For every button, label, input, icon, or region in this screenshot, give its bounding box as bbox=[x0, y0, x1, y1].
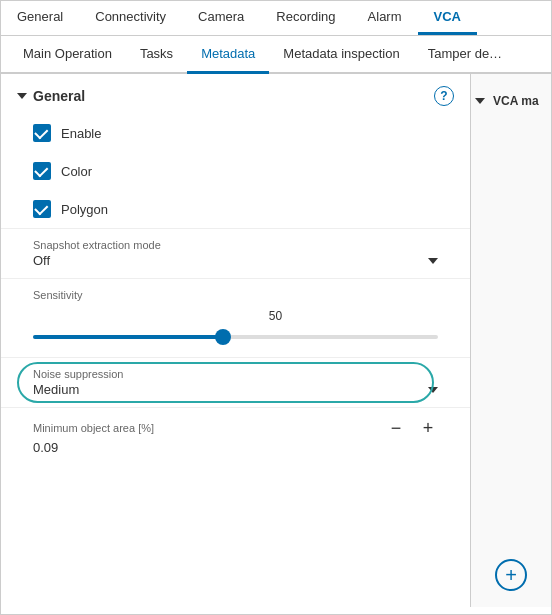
sensitivity-value: 50 bbox=[113, 309, 438, 323]
section-title: General bbox=[33, 88, 85, 104]
color-row: Color bbox=[1, 152, 470, 190]
min-area-header: Minimum object area [%] − + bbox=[33, 418, 438, 438]
sensitivity-section: Sensitivity 50 bbox=[1, 278, 470, 357]
polygon-row: Polygon bbox=[1, 190, 470, 228]
noise-suppression-value-row: Medium bbox=[33, 382, 438, 397]
subtab-metadata-inspection[interactable]: Metadata inspection bbox=[269, 36, 413, 74]
color-label: Color bbox=[61, 164, 92, 179]
add-button[interactable]: + bbox=[495, 559, 527, 591]
tab-alarm[interactable]: Alarm bbox=[352, 1, 418, 35]
left-panel: General ? Enable Color Polygon Snapshot … bbox=[1, 74, 471, 607]
noise-suppression-label: Noise suppression bbox=[33, 368, 438, 380]
help-icon[interactable]: ? bbox=[434, 86, 454, 106]
polygon-label: Polygon bbox=[61, 202, 108, 217]
min-area-label: Minimum object area [%] bbox=[33, 422, 154, 434]
min-area-controls: − + bbox=[386, 418, 438, 438]
noise-suppression-value: Medium bbox=[33, 382, 79, 397]
enable-label: Enable bbox=[61, 126, 101, 141]
tab-connectivity[interactable]: Connectivity bbox=[79, 1, 182, 35]
right-chevron-down-icon bbox=[475, 98, 485, 104]
min-object-area-row: Minimum object area [%] − + 0.09 bbox=[1, 407, 470, 465]
chevron-down-icon[interactable] bbox=[17, 93, 27, 99]
slider-thumb[interactable] bbox=[215, 329, 231, 345]
vca-ma-section[interactable]: VCA ma bbox=[471, 86, 551, 116]
sub-nav: Main Operation Tasks Metadata Metadata i… bbox=[1, 36, 551, 74]
min-area-decrement-button[interactable]: − bbox=[386, 418, 406, 438]
subtab-tasks[interactable]: Tasks bbox=[126, 36, 187, 74]
subtab-tamper-de[interactable]: Tamper de… bbox=[414, 36, 516, 74]
snapshot-value-row: Off bbox=[33, 253, 438, 268]
sensitivity-label: Sensitivity bbox=[33, 289, 438, 301]
min-area-increment-button[interactable]: + bbox=[418, 418, 438, 438]
snapshot-value: Off bbox=[33, 253, 50, 268]
slider-track bbox=[33, 335, 438, 339]
sensitivity-slider[interactable] bbox=[33, 327, 438, 347]
tab-general[interactable]: General bbox=[1, 1, 79, 35]
vca-ma-label: VCA ma bbox=[489, 94, 543, 108]
noise-suppression-row[interactable]: Noise suppression Medium bbox=[1, 357, 470, 407]
snapshot-label: Snapshot extraction mode bbox=[33, 239, 438, 251]
tab-camera[interactable]: Camera bbox=[182, 1, 260, 35]
snapshot-chevron-icon[interactable] bbox=[428, 258, 438, 264]
polygon-checkbox[interactable] bbox=[33, 200, 51, 218]
noise-chevron-icon[interactable] bbox=[428, 387, 438, 393]
tab-recording[interactable]: Recording bbox=[260, 1, 351, 35]
subtab-main-operation[interactable]: Main Operation bbox=[9, 36, 126, 74]
general-section-header: General ? bbox=[1, 74, 470, 114]
enable-row: Enable bbox=[1, 114, 470, 152]
enable-checkbox[interactable] bbox=[33, 124, 51, 142]
main-layout: General ? Enable Color Polygon Snapshot … bbox=[1, 74, 551, 607]
section-header-left: General bbox=[17, 88, 85, 104]
slider-fill bbox=[33, 335, 223, 339]
top-nav: General Connectivity Camera Recording Al… bbox=[1, 1, 551, 36]
min-area-value: 0.09 bbox=[33, 440, 438, 455]
subtab-metadata[interactable]: Metadata bbox=[187, 36, 269, 74]
right-panel: VCA ma + bbox=[471, 74, 551, 607]
tab-vca[interactable]: VCA bbox=[418, 1, 477, 35]
snapshot-dropdown-row[interactable]: Snapshot extraction mode Off bbox=[1, 228, 470, 278]
color-checkbox[interactable] bbox=[33, 162, 51, 180]
